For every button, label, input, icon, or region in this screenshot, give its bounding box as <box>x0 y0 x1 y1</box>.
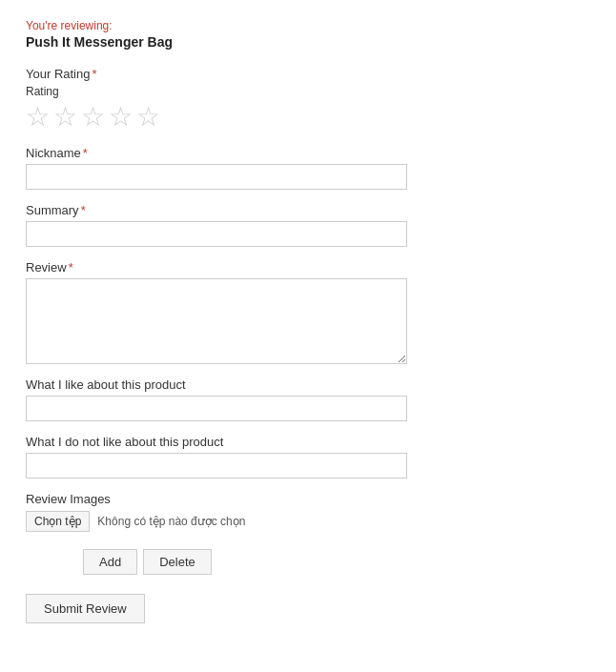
nickname-label-text: Nickname <box>26 146 81 160</box>
stars-container[interactable]: ☆ ☆ ☆ ☆ ☆ <box>26 104 590 131</box>
delete-button[interactable]: Delete <box>143 549 212 575</box>
dislikes-section: What I do not like about this product <box>26 435 590 479</box>
star-4[interactable]: ☆ <box>109 104 133 131</box>
review-required-star: * <box>69 260 73 275</box>
review-label-text: Review <box>26 260 67 275</box>
star-1[interactable]: ☆ <box>26 104 50 131</box>
summary-label-text: Summary <box>26 203 79 217</box>
nickname-required-star: * <box>83 146 88 160</box>
rating-required-star: * <box>92 67 96 81</box>
review-section: Review* <box>26 260 590 364</box>
likes-section: What I like about this product <box>26 377 590 421</box>
summary-label: Summary* <box>26 203 590 217</box>
submit-section: Submit Review <box>26 594 590 623</box>
rating-label-text: Your Rating <box>26 67 90 81</box>
nickname-input[interactable] <box>26 164 407 190</box>
add-button[interactable]: Add <box>83 549 137 575</box>
likes-label: What I like about this product <box>26 377 590 392</box>
star-3[interactable]: ☆ <box>81 104 105 131</box>
product-title: Push It Messenger Bag <box>26 34 590 50</box>
no-file-text: Không có tệp nào được chọn <box>97 515 245 528</box>
choose-file-button[interactable]: Chọn tệp <box>26 511 90 532</box>
submit-review-button[interactable]: Submit Review <box>26 594 145 623</box>
summary-section: Summary* <box>26 203 590 247</box>
file-row: Chọn tệp Không có tệp nào được chọn <box>26 511 590 532</box>
file-label: Review Images <box>26 492 590 506</box>
nickname-section: Nickname* <box>26 146 590 190</box>
rating-section: Your Rating* Rating ☆ ☆ ☆ ☆ ☆ <box>26 67 590 131</box>
nickname-label: Nickname* <box>26 146 590 160</box>
star-2[interactable]: ☆ <box>53 104 77 131</box>
review-label: Review* <box>26 260 590 275</box>
review-textarea[interactable] <box>26 278 407 364</box>
your-rating-label: Your Rating* <box>26 67 590 81</box>
star-5[interactable]: ☆ <box>136 104 160 131</box>
reviewing-label: You're reviewing: <box>26 19 590 32</box>
add-delete-row: Add Delete <box>83 549 590 575</box>
summary-required-star: * <box>81 203 86 217</box>
likes-input[interactable] <box>26 396 407 421</box>
file-section: Review Images Chọn tệp Không có tệp nào … <box>26 492 590 532</box>
summary-input[interactable] <box>26 221 407 247</box>
dislikes-label: What I do not like about this product <box>26 435 590 449</box>
dislikes-input[interactable] <box>26 453 407 479</box>
rating-sub-label: Rating <box>26 85 590 98</box>
